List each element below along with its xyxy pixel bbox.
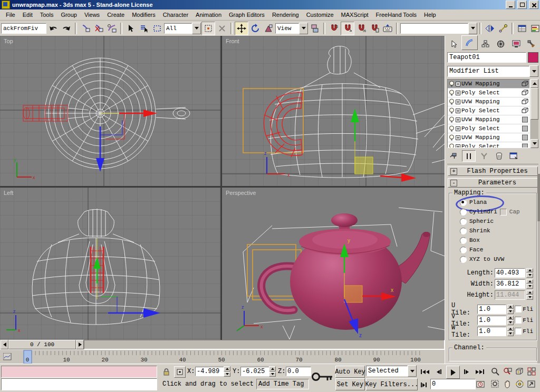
show-end-result-button[interactable] [462,150,476,162]
bulb-icon[interactable] [449,116,455,123]
length-field[interactable]: 40.493 [495,268,525,278]
expand-icon[interactable] [456,144,460,149]
angle-snap-button[interactable] [341,22,354,35]
time-slider-handle[interactable]: 0 / 100 [8,340,76,349]
combo-arrow-icon[interactable] [192,23,201,34]
time-configuration-button[interactable] [475,379,486,390]
zoom-button[interactable] [489,366,501,377]
stack-row[interactable]: UVW Mapping [448,80,529,89]
combo-arrow-icon[interactable] [468,23,477,34]
selection-lock-button[interactable] [160,366,172,377]
menu-graph-editors[interactable]: Graph Editors [225,11,268,19]
rollout-expand-icon[interactable]: + [450,168,457,175]
time-slider-next-button[interactable] [76,340,84,349]
stack-row[interactable]: Poly Select [448,142,529,148]
pan-button[interactable] [502,378,513,390]
layer-manager-button[interactable] [516,22,528,35]
panel-scroll-thumb[interactable] [537,174,540,221]
expand-icon[interactable] [456,91,460,95]
y-coordinate-field[interactable] [240,367,270,376]
close-button[interactable] [529,1,538,9]
expand-icon[interactable] [456,109,460,113]
expand-icon[interactable] [456,100,460,104]
named-selection-sets-combo[interactable] [400,23,477,34]
menu-views[interactable]: Views [81,11,103,19]
panel-scrollbar[interactable] [537,174,540,364]
snap-toggle-button[interactable]: 3 [327,22,340,35]
select-and-link-button[interactable] [79,22,92,35]
reference-coordinate-combo[interactable]: View [275,23,308,34]
menu-animation[interactable]: Animation [192,11,225,19]
restore-button[interactable] [517,1,527,9]
v-tile-field[interactable]: 1.0 [477,316,506,325]
x-spinner[interactable] [224,366,230,377]
combo-arrow-icon[interactable] [299,23,308,34]
track-bar[interactable]: 0 10 20 30 40 50 60 70 80 90 100 [0,349,445,364]
bulb-icon[interactable] [449,134,455,141]
width-field[interactable]: 36.812 [495,279,525,289]
expand-icon[interactable] [456,135,460,140]
add-time-tag[interactable]: Add Time Tag [256,379,309,389]
height-field[interactable]: 11.044 [495,290,525,300]
stack-row[interactable]: Poly Select [448,106,529,115]
mapping-planar-row[interactable]: Plana [451,198,534,207]
menu-create[interactable]: Create [103,11,128,19]
scroll-track[interactable] [531,120,538,139]
viewport-top[interactable]: y x Top [0,36,220,186]
time-slider-prev-button[interactable] [1,340,8,349]
u-tile-spinner[interactable] [507,305,514,314]
select-by-name-button[interactable] [138,22,150,35]
select-object-button[interactable] [124,22,137,35]
rectangular-selection-button[interactable] [151,22,163,35]
length-spinner[interactable] [526,268,533,278]
next-frame-button[interactable] [460,366,472,378]
auto-key-button[interactable]: Auto Key [335,366,365,378]
menu-character[interactable]: Character [159,11,192,19]
y-spinner[interactable] [269,366,276,377]
planar-radio[interactable] [460,199,467,206]
menu-modifiers[interactable]: Modifiers [128,11,159,19]
viewport-left[interactable]: z x Left [0,188,220,340]
stack-row[interactable]: UVW Mapping [448,115,529,124]
previous-frame-button[interactable] [432,366,445,378]
menu-help[interactable]: Help [420,11,440,19]
scroll-up-button[interactable] [531,79,538,88]
tab-modify[interactable] [461,35,478,50]
remove-modifier-button[interactable] [493,151,505,161]
go-to-start-button[interactable] [419,366,431,378]
arc-rotate-button[interactable] [514,378,525,390]
modifier-stack-list[interactable]: UVW Mapping Poly Select UVW Mapping Poly… [447,79,530,148]
bulb-icon[interactable] [449,143,455,149]
select-move-button[interactable] [235,22,248,35]
mirror-button[interactable] [484,22,496,35]
menu-maxscript[interactable]: MAXScript [338,11,372,19]
redo-button[interactable] [60,22,73,35]
expand-icon[interactable] [456,82,460,86]
viewport-perspective[interactable]: y x z z x Perspective [222,188,445,340]
menu-file[interactable]: File [2,11,19,19]
minimize-button[interactable] [506,1,515,9]
width-spinner[interactable] [526,279,533,289]
tab-hierarchy[interactable] [478,37,493,50]
menu-tools[interactable]: Tools [36,11,57,19]
current-frame-field[interactable] [430,379,476,389]
tab-utilities[interactable] [524,37,539,50]
w-flip-checkbox[interactable] [515,328,522,335]
rollout-collapse-icon[interactable]: - [450,180,457,187]
select-scale-button[interactable] [262,22,275,35]
menu-rendering[interactable]: Rendering [268,11,303,19]
percent-snap-button[interactable]: % [355,22,368,35]
cylindrical-radio[interactable] [460,209,467,215]
region-zoom-button[interactable] [489,378,501,390]
zoom-all-button[interactable] [502,366,513,377]
menu-customize[interactable]: Customize [303,11,338,19]
curve-editor-button[interactable] [529,22,540,35]
select-manipulate-button[interactable] [216,22,228,35]
select-rotate-button[interactable] [249,22,262,35]
mapping-shrink-row[interactable]: Shrink [451,226,534,236]
w-tile-spinner[interactable] [507,327,514,336]
named-selection-combo[interactable]: ackFromFiv [1,23,46,34]
bulb-icon[interactable] [449,125,455,132]
z-coordinate-field[interactable] [286,367,311,376]
stack-row[interactable]: UVW Mapping [448,133,529,142]
